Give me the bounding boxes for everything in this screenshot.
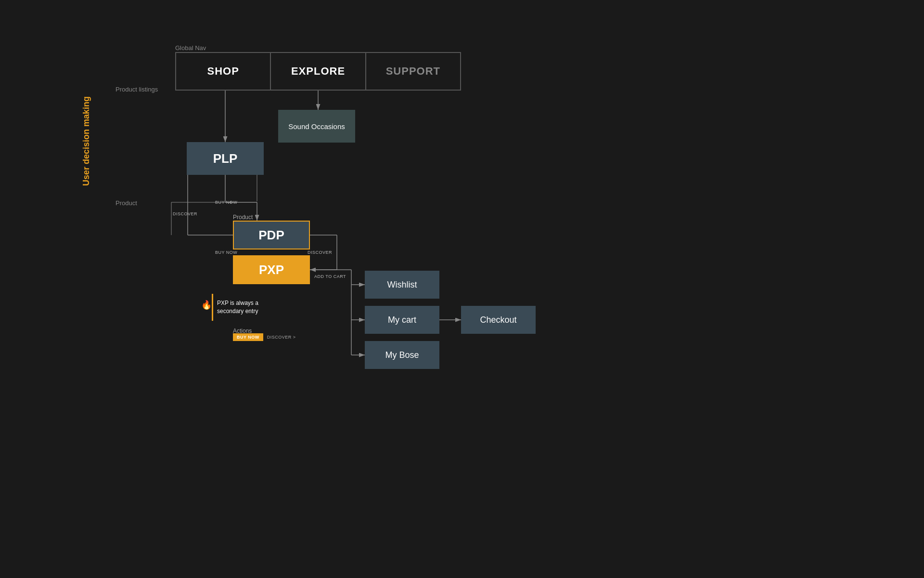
checkout-box[interactable]: Checkout bbox=[461, 306, 536, 334]
discover-badge-pdp: DISCOVER bbox=[306, 250, 334, 255]
global-nav-label: Global Nav bbox=[175, 44, 206, 52]
action-buttons: BUY NOW DISCOVER > bbox=[233, 333, 296, 341]
buy-now-action-button[interactable]: BUY NOW bbox=[233, 333, 263, 341]
product-label: Product bbox=[116, 199, 137, 207]
product-listings-label: Product listings bbox=[116, 86, 158, 93]
nav-support[interactable]: SUPPORT bbox=[366, 53, 460, 90]
nav-box: SHOP EXPLORE SUPPORT bbox=[175, 52, 461, 91]
add-to-cart-badge: ADD TO CART bbox=[313, 274, 347, 279]
nav-shop[interactable]: SHOP bbox=[176, 53, 271, 90]
sound-occasions-box: Sound Occasions bbox=[278, 110, 355, 143]
nav-explore[interactable]: EXPLORE bbox=[271, 53, 366, 90]
my-cart-box[interactable]: My cart bbox=[365, 306, 439, 334]
pxp-box[interactable]: PXP bbox=[233, 255, 310, 284]
diagram-container: Global Nav SHOP EXPLORE SUPPORT User dec… bbox=[0, 0, 924, 578]
wishlist-box[interactable]: Wishlist bbox=[365, 271, 439, 299]
discover-badge-left: DISCOVER bbox=[171, 211, 199, 217]
my-bose-box[interactable]: My Bose bbox=[365, 341, 439, 369]
note-box: PXP is always a secondary entry bbox=[212, 294, 308, 321]
buy-now-badge-pdp: BUY NOW bbox=[214, 250, 239, 255]
buy-now-badge-top: BUY NOW bbox=[214, 199, 239, 205]
plp-box[interactable]: PLP bbox=[187, 142, 264, 175]
vertical-decision-label: User decision making bbox=[81, 96, 92, 186]
discover-action-button[interactable]: DISCOVER > bbox=[267, 333, 296, 341]
pdp-box[interactable]: PDP bbox=[233, 221, 310, 250]
fire-icon: 🔥 bbox=[201, 300, 212, 310]
product-section-label: Product bbox=[233, 214, 253, 221]
